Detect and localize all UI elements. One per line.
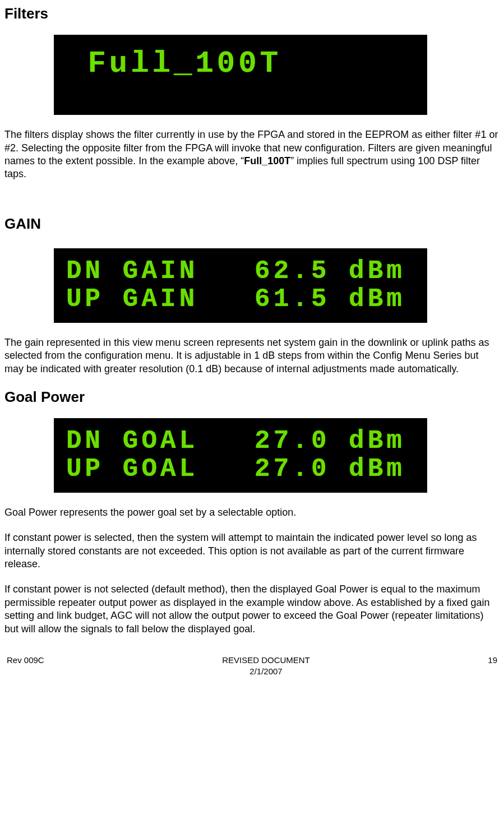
footer-center-line1: REVISED DOCUMENT <box>222 655 310 665</box>
goal-line2-label: UP GOAL <box>66 455 198 484</box>
footer-left: Rev 009C <box>7 655 44 677</box>
page-footer: Rev 009C REVISED DOCUMENT 2/1/2007 19 <box>4 655 500 677</box>
gain-line1-value: 62.5 dBm <box>255 257 405 286</box>
goal-lcd-line1: DN GOAL 27.0 dBm <box>66 427 415 456</box>
gain-lcd-line1: DN GAIN 62.5 dBm <box>66 257 415 286</box>
filters-lcd: Full_100T <box>54 35 427 115</box>
gain-line2-label: UP GAIN <box>66 285 198 314</box>
footer-center: REVISED DOCUMENT 2/1/2007 <box>222 655 310 677</box>
filters-lcd-line1: Full_100T <box>66 47 415 80</box>
goal-spacer <box>198 427 255 456</box>
goal-paragraph-3: If constant power is not selected (defau… <box>4 583 500 636</box>
gain-line1-label: DN GAIN <box>66 257 198 286</box>
gain-lcd: DN GAIN 62.5 dBm UP GAIN 61.5 dBm <box>54 248 427 323</box>
gain-spacer <box>198 257 255 286</box>
goal-line2-value: 27.0 dBm <box>255 455 405 484</box>
goal-lcd: DN GOAL 27.0 dBm UP GOAL 27.0 dBm <box>54 418 427 493</box>
goal-heading: Goal Power <box>4 388 500 407</box>
goal-paragraph-2: If constant power is selected, then the … <box>4 531 500 571</box>
filters-para-bold: Full_100T <box>244 155 290 166</box>
gain-lcd-line2: UP GAIN 61.5 dBm <box>66 285 415 314</box>
goal-line1-label: DN GOAL <box>66 427 198 456</box>
goal-line1-value: 27.0 dBm <box>255 427 405 456</box>
footer-center-line2: 2/1/2007 <box>249 666 282 676</box>
goal-paragraph-1: Goal Power represents the power goal set… <box>4 506 500 519</box>
goal-lcd-line2: UP GOAL 27.0 dBm <box>66 455 415 484</box>
filters-heading: Filters <box>4 4 500 24</box>
goal-spacer2 <box>198 455 255 484</box>
footer-right: 19 <box>488 655 497 677</box>
gain-spacer2 <box>198 285 255 314</box>
gain-line2-value: 61.5 dBm <box>255 285 405 314</box>
gain-paragraph: The gain represented in this view menu s… <box>4 336 500 376</box>
gain-heading: GAIN <box>4 215 500 234</box>
filters-paragraph: The filters display shows the filter cur… <box>4 128 500 181</box>
